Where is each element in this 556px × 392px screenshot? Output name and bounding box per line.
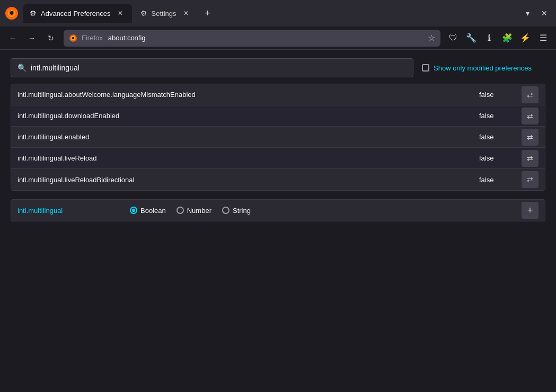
menu-icon[interactable]: ☰ — [535, 30, 552, 47]
reload-button[interactable]: ↻ — [42, 30, 59, 47]
new-pref-name-label: intl.multilingual — [17, 207, 123, 215]
title-bar: ⚙ Advanced Preferences ✕ ⚙ Settings ✕ + … — [0, 0, 556, 26]
radio-boolean-circle — [130, 207, 137, 214]
new-preference-section: intl.multilingual Boolean Number — [11, 199, 545, 221]
bookmark-star-icon[interactable]: ☆ — [428, 33, 435, 43]
close-window-button[interactable]: ✕ — [537, 6, 552, 21]
pref-name-0: intl.multilingual.aboutWelcome.languageM… — [17, 91, 479, 99]
pref-name-1: intl.multilingual.downloadEnabled — [17, 112, 479, 120]
pref-name-3: intl.multilingual.liveReload — [17, 154, 479, 162]
advanced-prefs-tab-icon: ⚙ — [30, 9, 37, 17]
advanced-prefs-tab-close[interactable]: ✕ — [115, 8, 126, 19]
search-input[interactable] — [31, 64, 407, 72]
address-bar[interactable]: Firefox ☆ — [64, 30, 440, 47]
radio-boolean-label: Boolean — [140, 207, 166, 215]
settings-tab-label: Settings — [152, 10, 176, 17]
radio-boolean[interactable]: Boolean — [130, 207, 166, 215]
radio-string[interactable]: String — [222, 207, 251, 215]
add-preference-button[interactable]: + — [522, 202, 539, 219]
pref-toggle-button-3[interactable]: ⇄ — [522, 150, 539, 167]
info-icon[interactable]: ℹ — [481, 30, 498, 47]
tab-list-button[interactable]: ▾ — [520, 6, 535, 21]
svg-point-5 — [72, 37, 75, 39]
pref-value-1: false — [479, 112, 522, 120]
advanced-prefs-tab-label: Advanced Preferences — [41, 10, 111, 17]
search-icon: 🔍 — [17, 64, 27, 72]
type-radio-group: Boolean Number String — [130, 207, 251, 215]
url-input[interactable] — [108, 34, 423, 42]
browser-icon — [69, 34, 77, 42]
radio-number-circle — [176, 207, 184, 214]
pref-name-4: intl.multilingual.liveReloadBidirectiona… — [17, 176, 479, 184]
radio-number[interactable]: Number — [176, 207, 211, 215]
settings-tab-close[interactable]: ✕ — [181, 8, 191, 19]
navigation-bar: ← → ↻ Firefox ☆ 🛡 🔧 ℹ 🧩 ⚡ ☰ — [0, 26, 556, 50]
toolbar-icons: 🛡 🔧 ℹ 🧩 ⚡ ☰ — [445, 30, 552, 47]
extensions-icon[interactable]: 🧩 — [499, 30, 516, 47]
tab-advanced-preferences[interactable]: ⚙ Advanced Preferences ✕ — [23, 4, 132, 23]
radio-string-circle — [222, 207, 230, 214]
shield-icon[interactable]: 🛡 — [445, 30, 462, 47]
radio-boolean-dot — [132, 209, 135, 212]
wrench-icon[interactable]: 🔧 — [463, 30, 480, 47]
pref-name-2: intl.multilingual.enabled — [17, 133, 479, 141]
new-pref-row: intl.multilingual Boolean Number — [11, 200, 545, 221]
table-row: intl.multilingual.aboutWelcome.languageM… — [11, 84, 545, 105]
pref-toggle-button-4[interactable]: ⇄ — [522, 171, 539, 188]
pref-toggle-button-1[interactable]: ⇄ — [522, 108, 539, 124]
search-box[interactable]: 🔍 — [11, 58, 413, 77]
main-content: 🔍 Show only modified preferences intl.mu… — [0, 50, 556, 392]
new-tab-icon: + — [205, 8, 210, 19]
table-row: intl.multilingual.liveReload false ⇄ — [11, 148, 545, 169]
add-icon: + — [527, 205, 533, 216]
search-row: 🔍 Show only modified preferences — [11, 58, 545, 77]
modified-pref-label[interactable]: Show only modified preferences — [434, 64, 532, 72]
pref-value-3: false — [479, 154, 522, 162]
pref-toggle-button-0[interactable]: ⇄ — [522, 86, 539, 103]
forward-button[interactable]: → — [23, 30, 40, 47]
title-bar-controls: ▾ ✕ — [520, 6, 552, 21]
pref-value-0: false — [479, 91, 522, 99]
new-tab-button[interactable]: + — [200, 5, 216, 21]
table-row: intl.multilingual.enabled false ⇄ — [11, 127, 545, 148]
preferences-table: intl.multilingual.aboutWelcome.languageM… — [11, 84, 545, 191]
radio-number-label: Number — [187, 207, 211, 215]
tab-settings[interactable]: ⚙ Settings ✕ — [134, 4, 198, 23]
modified-preferences-row: Show only modified preferences — [422, 64, 532, 72]
radio-string-label: String — [233, 207, 251, 215]
pref-value-4: false — [479, 176, 522, 184]
table-row: intl.multilingual.liveReloadBidirectiona… — [11, 169, 545, 190]
firefox-logo-icon — [4, 6, 19, 21]
modified-pref-checkbox[interactable] — [422, 64, 429, 72]
puzzle-icon[interactable]: ⚡ — [517, 30, 534, 47]
settings-tab-icon: ⚙ — [140, 9, 147, 17]
pref-value-2: false — [479, 133, 522, 141]
back-button[interactable]: ← — [4, 30, 21, 47]
pref-toggle-button-2[interactable]: ⇄ — [522, 129, 539, 146]
table-row: intl.multilingual.downloadEnabled false … — [11, 105, 545, 127]
browser-name-label: Firefox — [82, 34, 104, 42]
